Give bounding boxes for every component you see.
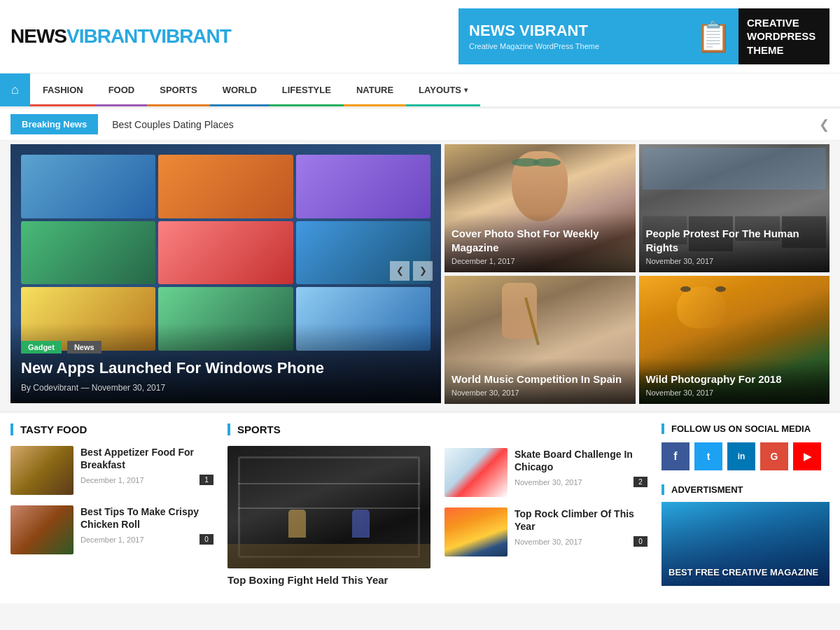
banner-title: NEWS VIBRANT	[469, 22, 678, 39]
social-media-title: FOLLOW US ON SOCIAL MEDIA	[662, 424, 830, 434]
logo[interactable]: NEWSVIBRANTVIBRANT	[10, 25, 231, 48]
food-thumb-1	[10, 446, 74, 495]
grid-card-4[interactable]: Wild Photography For 2018 November 30, 2…	[639, 276, 830, 404]
sports-title: SPORTS	[227, 424, 430, 435]
logo-news: NEWS	[10, 25, 66, 47]
dropdown-icon: ▾	[464, 86, 468, 94]
sports-sub-item-2[interactable]: Top Rock Climber Of This Year November 3…	[444, 507, 648, 556]
hero-meta: By Codevibrant — November 30, 2017	[21, 383, 430, 393]
food-title-1: Best Appetizer Food For Breakfast	[80, 446, 214, 471]
breaking-text: Best Couples Dating Places	[98, 119, 819, 130]
advertisement-title: ADVERTISMENT	[662, 484, 830, 495]
sports-sub-item-1[interactable]: Skate Board Challenge In Chicago Novembe…	[444, 448, 648, 497]
breaking-prev-icon[interactable]: ❮	[819, 117, 830, 132]
food-info-1: Best Appetizer Food For Breakfast Decemb…	[80, 446, 214, 495]
facebook-icon[interactable]: f	[662, 442, 690, 470]
navigation: ⌂ FASHION FOOD SPORTS WORLD LIFESTYLE NA…	[0, 74, 840, 108]
lower-section: TASTY FOOD Best Appetizer Food For Break…	[0, 411, 840, 603]
grid-card-1[interactable]: Cover Photo Shot For Weekly Magazine Dec…	[444, 144, 636, 272]
banner-left: NEWS VIBRANT Creative Magazine WordPress…	[458, 8, 688, 64]
hero-tags: Gadget News	[21, 341, 430, 354]
sports-sub-date-2: November 30, 2017	[514, 538, 582, 546]
sports-main-card[interactable]: Top Boxing Fight Held This Year	[227, 446, 430, 586]
sports-section: SPORTS Top Boxing Fight Held This Year	[227, 424, 430, 593]
grid-card-4-overlay: Wild Photography For 2018 November 30, 2…	[639, 358, 830, 405]
food-item-2[interactable]: Best Tips To Make Crispy Chicken Roll De…	[10, 505, 214, 554]
sports-sub-info-1: Skate Board Challenge In Chicago Novembe…	[514, 448, 648, 497]
tag-news[interactable]: News	[67, 341, 102, 354]
food-date-2: December 1, 2017	[80, 536, 144, 544]
grid-card-4-date: November 30, 2017	[646, 388, 823, 397]
slider-next-button[interactable]: ❯	[413, 261, 433, 281]
tasty-food-section: TASTY FOOD Best Appetizer Food For Break…	[10, 424, 214, 593]
nav-item-world[interactable]: WORLD	[210, 76, 270, 106]
grid-card-1-overlay: Cover Photo Shot For Weekly Magazine Dec…	[444, 213, 636, 272]
right-grid: Cover Photo Shot For Weekly Magazine Dec…	[444, 144, 830, 404]
grid-card-2-title: People Protest For The Human Rights	[646, 227, 823, 254]
sports-sub-info-2: Top Rock Climber Of This Year November 3…	[514, 507, 648, 556]
slider-prev-button[interactable]: ❮	[390, 261, 410, 281]
nav-item-food[interactable]: FOOD	[96, 76, 148, 106]
nav-item-nature[interactable]: NATURE	[344, 76, 406, 106]
banner-subtitle: Creative Magazine WordPress Theme	[469, 42, 678, 50]
food-info-2: Best Tips To Make Crispy Chicken Roll De…	[80, 505, 214, 554]
sports-main-image	[227, 446, 430, 568]
grid-card-1-date: December 1, 2017	[451, 257, 629, 265]
hero-overlay: Gadget News New Apps Launched For Window…	[10, 323, 441, 403]
grid-card-4-title: Wild Photography For 2018	[646, 372, 823, 386]
content-area: ❮ ❯ Gadget News New Apps Launched For Wi…	[0, 144, 840, 411]
banner-icon: 📋	[688, 8, 738, 64]
sports-sub-thumb-1	[444, 448, 507, 497]
sports-sub-title-2: Top Rock Climber Of This Year	[514, 507, 648, 533]
grid-card-3-overlay: World Music Competition In Spain Novembe…	[444, 358, 636, 405]
sports-sub-section: Skate Board Challenge In Chicago Novembe…	[444, 424, 648, 593]
food-count-2: 0	[200, 534, 214, 545]
advertisement-image[interactable]: BEST FREE CREATIVE MAGAZINE	[662, 502, 830, 586]
food-title-2: Best Tips To Make Crispy Chicken Roll	[80, 505, 214, 531]
banner-ad[interactable]: NEWS VIBRANT Creative Magazine WordPress…	[458, 8, 830, 64]
grid-card-2[interactable]: People Protest For The Human Rights Nove…	[639, 144, 830, 272]
tasty-food-title: TASTY FOOD	[10, 424, 214, 435]
grid-card-2-overlay: People Protest For The Human Rights Nove…	[639, 213, 830, 272]
grid-card-2-date: November 30, 2017	[646, 257, 823, 265]
grid-card-3-date: November 30, 2017	[451, 388, 629, 397]
hero-title[interactable]: New Apps Launched For Windows Phone	[21, 359, 430, 377]
sports-sub-title-1: Skate Board Challenge In Chicago	[514, 448, 648, 473]
breaking-news-bar: Breaking News Best Couples Dating Places…	[0, 108, 840, 141]
sports-sub-date-1: November 30, 2017	[514, 478, 582, 486]
sports-sub-count-2: 0	[634, 536, 648, 547]
logo-vibrant: VIBRANT	[66, 25, 148, 47]
food-thumb-2	[10, 505, 74, 554]
grid-card-1-title: Cover Photo Shot For Weekly Magazine	[451, 227, 629, 254]
breaking-label: Breaking News	[10, 114, 98, 134]
sports-main-title: Top Boxing Fight Held This Year	[227, 574, 430, 586]
social-icons-row: f t in G ▶	[662, 442, 830, 470]
linkedin-icon[interactable]: in	[727, 442, 755, 470]
banner-right: CREATIVE WORDPRESS THEME	[738, 8, 830, 64]
grid-card-3[interactable]: World Music Competition In Spain Novembe…	[444, 276, 636, 404]
nav-home[interactable]: ⌂	[0, 74, 30, 106]
tag-gadget[interactable]: Gadget	[21, 341, 62, 354]
sports-sub-count-1: 2	[634, 477, 648, 487]
nav-item-lifestyle[interactable]: LIFESTYLE	[270, 76, 344, 106]
food-date-1: December 1, 2017	[80, 476, 144, 484]
food-item-1[interactable]: Best Appetizer Food For Breakfast Decemb…	[10, 446, 214, 495]
header: NEWSVIBRANTVIBRANT NEWS VIBRANT Creative…	[0, 0, 840, 74]
nav-item-layouts[interactable]: LAYOUTS ▾	[406, 76, 480, 106]
twitter-icon[interactable]: t	[694, 442, 722, 470]
hero-slider: ❮ ❯ Gadget News New Apps Launched For Wi…	[10, 144, 441, 403]
slider-arrows: ❮ ❯	[390, 261, 433, 281]
grid-card-3-title: World Music Competition In Spain	[451, 372, 629, 386]
nav-item-fashion[interactable]: FASHION	[30, 76, 96, 106]
google-plus-icon[interactable]: G	[760, 442, 788, 470]
nav-item-sports[interactable]: SPORTS	[147, 76, 209, 106]
advertisement-text: BEST FREE CREATIVE MAGAZINE	[668, 567, 818, 579]
food-count-1: 1	[200, 475, 214, 485]
youtube-icon[interactable]: ▶	[793, 442, 821, 470]
sports-sub-thumb-2	[444, 507, 507, 556]
sidebar-section: FOLLOW US ON SOCIAL MEDIA f t in G ▶ ADV…	[662, 424, 830, 593]
